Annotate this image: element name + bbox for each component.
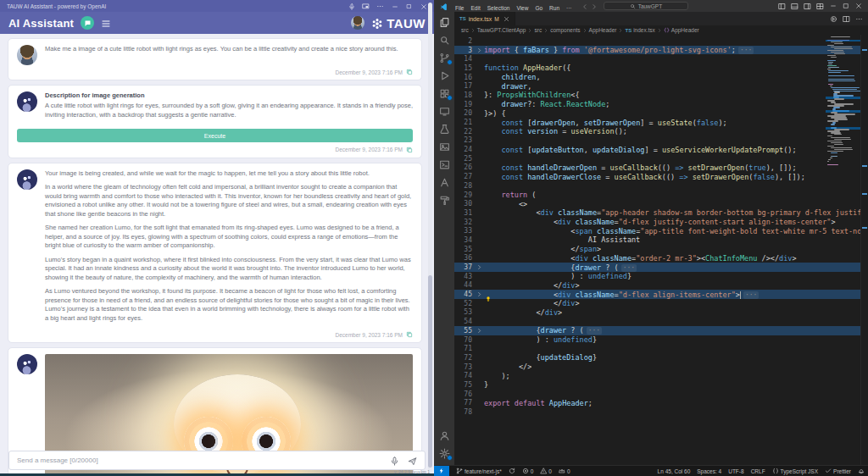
- code-line-74: 74 );: [454, 371, 868, 380]
- status-indentation[interactable]: Spaces: 4: [693, 468, 725, 474]
- bulb-icon: [485, 296, 492, 302]
- activity-formatting-tools[interactable]: [434, 191, 454, 209]
- split-editor-button[interactable]: [843, 11, 850, 26]
- chevR-icon: [476, 47, 482, 53]
- send-message-button[interactable]: [408, 453, 417, 468]
- execute-button[interactable]: Execute: [17, 129, 413, 142]
- chevR-icon: [476, 291, 482, 297]
- code-editor[interactable]: 23import { faBars } from '@fortawesome/p…: [454, 35, 868, 465]
- copy-icon: [406, 69, 413, 75]
- chat-message-list: Make me a image of a cute little robot w…: [0, 34, 434, 476]
- activity-source-control[interactable]: [434, 49, 454, 67]
- activity-terminal-panel[interactable]: [434, 156, 454, 174]
- activity-remote-explorer[interactable]: [434, 102, 454, 120]
- code-line-24: 24 const [updateButton, updateDialog] = …: [454, 145, 868, 154]
- code-line-78: 78: [454, 407, 868, 417]
- breadcrumb-item[interactable]: TSindex.tsx: [625, 27, 654, 33]
- breadcrumb-item[interactable]: TauwGPT.ClientApp: [477, 27, 526, 33]
- maximize-button[interactable]: [402, 0, 416, 12]
- status-cursor-position[interactable]: Ln 45, Col 60: [654, 468, 694, 474]
- assistant-status-badge[interactable]: [81, 16, 94, 30]
- activity-settings[interactable]: [434, 445, 454, 462]
- tab-index-tsx[interactable]: TS index.tsx M: [454, 12, 515, 25]
- breadcrumb-item[interactable]: AppHeader: [664, 27, 699, 34]
- app-header: AI Assistant TAUW: [0, 12, 434, 34]
- menu-edit[interactable]: Edit: [467, 5, 483, 11]
- fold-chevron-icon[interactable]: [476, 328, 484, 334]
- maximize-button[interactable]: [839, 0, 852, 12]
- status-eol[interactable]: CRLF: [748, 468, 769, 474]
- menu-run[interactable]: Run: [546, 5, 563, 11]
- run-file-button[interactable]: [830, 11, 837, 26]
- code-line-35: 35 </span>: [454, 245, 868, 254]
- activity-accounts[interactable]: [434, 427, 454, 445]
- search-icon: [630, 3, 636, 9]
- command-center-search[interactable]: TauwGPT: [604, 2, 689, 10]
- mic-titlebar-button[interactable]: [344, 0, 359, 12]
- activity-search[interactable]: [434, 31, 454, 49]
- copy-message-button[interactable]: [406, 331, 413, 338]
- square-icon: [843, 3, 849, 9]
- status-git-branch[interactable]: feature/next-js*: [453, 468, 505, 474]
- minimize-button[interactable]: [387, 0, 402, 12]
- breadcrumb-item[interactable]: src: [461, 27, 469, 33]
- activity-azure-tools[interactable]: [434, 174, 454, 191]
- editor-scrollbar[interactable]: [860, 35, 868, 465]
- status-errors[interactable]: 0: [519, 468, 537, 474]
- menu-view[interactable]: View: [513, 5, 531, 11]
- breadcrumb-item[interactable]: src: [534, 27, 542, 33]
- minimap[interactable]: [827, 36, 860, 168]
- activity-testing-beaker[interactable]: [434, 120, 454, 138]
- pip-button[interactable]: [359, 0, 373, 12]
- code-line-23: 23: [454, 136, 868, 146]
- chat-scrollbar[interactable]: [428, 3, 432, 473]
- code-line-2: 2: [454, 36, 868, 46]
- layout-bottom-button[interactable]: [788, 0, 801, 12]
- breadcrumb-item[interactable]: components: [550, 27, 580, 33]
- user-avatar[interactable]: [351, 16, 364, 30]
- menu-[interactable]: ···: [563, 5, 576, 11]
- code-line-21: 21 const [drawerOpen, setDrawerOpen] = u…: [454, 118, 868, 127]
- lightbulb-icon[interactable]: [485, 291, 492, 306]
- activity-media-preview[interactable]: [434, 138, 454, 156]
- remote-indicator[interactable]: [434, 466, 449, 476]
- scrollbar-thumb[interactable]: [428, 275, 432, 468]
- status-encoding[interactable]: UTF-8: [725, 468, 747, 474]
- copy-message-button[interactable]: [406, 69, 413, 75]
- menu-file[interactable]: File: [452, 5, 467, 11]
- minimize-button[interactable]: [826, 0, 839, 12]
- status-sync[interactable]: [505, 468, 519, 474]
- fold-chevron-icon[interactable]: [476, 47, 484, 53]
- menu-button[interactable]: [101, 15, 111, 30]
- activity-explorer[interactable]: [434, 14, 454, 31]
- code-line-32: 32 <div className="d-flex justify-conten…: [454, 218, 868, 227]
- more-actions-button[interactable]: [855, 11, 863, 26]
- more-options-button[interactable]: [373, 0, 387, 12]
- activity-extensions[interactable]: [434, 85, 454, 102]
- menu-selection[interactable]: Selection: [484, 5, 514, 11]
- fold-chevron-icon[interactable]: [476, 264, 484, 270]
- status-extra-counter[interactable]: 0: [555, 468, 574, 474]
- square-icon: [406, 3, 412, 9]
- status-warnings[interactable]: 0: [537, 468, 555, 474]
- close-button[interactable]: [852, 0, 865, 12]
- tab-close-button[interactable]: [504, 11, 509, 26]
- layout-left-button[interactable]: [776, 0, 788, 12]
- menu-go[interactable]: Go: [531, 5, 546, 11]
- remote-icon: [438, 468, 445, 474]
- layout-right-button[interactable]: [801, 0, 814, 12]
- error-icon: [522, 468, 529, 474]
- status-language-mode[interactable]: TypeScript JSX: [769, 468, 821, 474]
- voice-input-button[interactable]: [390, 453, 399, 468]
- activity-run-debug[interactable]: [434, 67, 454, 85]
- status-notifications[interactable]: [854, 468, 868, 474]
- code-line-3: 3import { faBars } from '@fortawesome/pr…: [454, 46, 868, 55]
- layout-grid-button[interactable]: [814, 0, 826, 12]
- code-line-33: 33 <span className="app-title font-weigh…: [454, 226, 868, 235]
- arrowL-icon: [581, 3, 588, 10]
- status-formatter[interactable]: Prettier: [821, 468, 854, 474]
- message-input[interactable]: [17, 457, 381, 464]
- fold-chevron-icon[interactable]: [476, 291, 484, 297]
- copy-message-button[interactable]: [406, 146, 413, 152]
- breadcrumb-item[interactable]: AppHeader: [589, 27, 617, 33]
